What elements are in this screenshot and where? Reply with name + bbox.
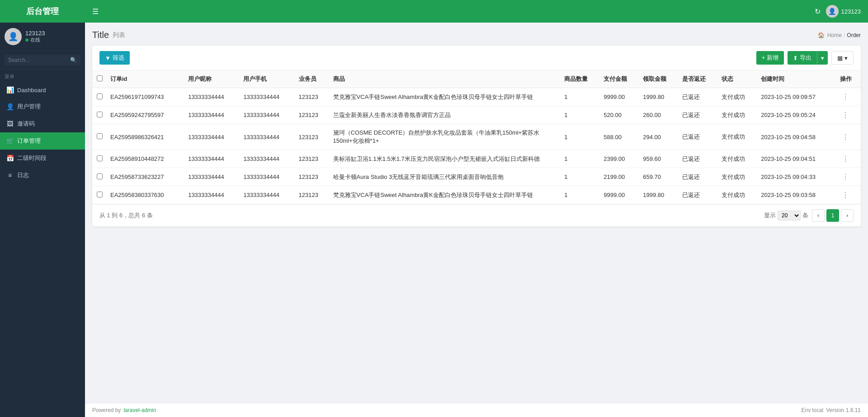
cell-action: ⋮ [836, 124, 861, 150]
table-row: EA25959242795597 13333334444 13333334444… [92, 106, 861, 124]
sidebar-logo: 后台管理 [0, 0, 85, 23]
breadcrumb-home-link[interactable]: Home [827, 32, 842, 38]
cell-status: 支付成功 [718, 168, 757, 186]
refresh-button[interactable]: ↻ [815, 7, 821, 16]
cell-qty: 1 [561, 168, 600, 186]
cell-returned: 已返还 [679, 168, 718, 186]
row-checkbox-cell [92, 186, 107, 204]
table-header-row: 订单id 用户昵称 用户手机 业务员 商品 商品数量 支付金额 领取金额 是否返… [92, 70, 861, 88]
cell-product: 梵克雅宝VCA手链Sweet Alhambra黄K金配白色珍珠贝母手链女士四叶草… [330, 186, 561, 204]
invite-icon: 🖼 [6, 120, 14, 127]
col-action: 操作 [836, 70, 861, 88]
cell-qty: 1 [561, 106, 600, 124]
cell-returned: 已返还 [679, 186, 718, 204]
col-receive: 领取金额 [639, 70, 679, 88]
row-action-button[interactable]: ⋮ [840, 191, 851, 199]
sidebar-item-slots[interactable]: 📅 二级时间段 [0, 150, 85, 167]
cell-amount: 9999.00 [600, 88, 639, 106]
row-checkbox[interactable] [97, 155, 103, 161]
cell-product: 美标浴缸卫浴1.1米1.5米1.7米压克力民宿深泡小户型无裙嵌入式浴缸日式新科德 [330, 150, 561, 168]
columns-icon: ▦ [837, 55, 843, 61]
cell-agent: 123123 [295, 150, 330, 168]
sidebar-item-label: 日志 [17, 171, 29, 179]
menu-toggle-button[interactable]: ☰ [92, 7, 99, 16]
row-checkbox[interactable] [97, 192, 103, 197]
row-action-button[interactable]: ⋮ [840, 173, 851, 181]
cell-amount: 2199.00 [600, 168, 639, 186]
page-1-button[interactable]: 1 [826, 209, 839, 222]
new-label: + 新增 [762, 54, 778, 62]
cell-nickname: 13333334444 [184, 150, 240, 168]
cell-receive: 260.00 [639, 106, 679, 124]
user-info: 123123 在线 [25, 30, 45, 43]
row-checkbox[interactable] [97, 112, 103, 117]
row-action-button[interactable]: ⋮ [840, 111, 851, 119]
cell-agent: 123123 [295, 106, 330, 124]
footer-env: Env local [802, 407, 824, 413]
sidebar-item-dashboard[interactable]: 📊 Dashboard [0, 82, 85, 98]
topbar-right: ↻ 👤 123123 [815, 5, 861, 18]
table-footer: 从 1 到 6，总共 6 条 显示 20 10 50 100 条 ‹ [92, 204, 861, 226]
cell-receive: 1999.80 [639, 186, 679, 204]
cell-nickname: 13333334444 [184, 124, 240, 150]
select-all-checkbox[interactable] [97, 75, 103, 81]
header-checkbox-col [92, 70, 107, 88]
main-area: ☰ ↻ 👤 123123 Title 列表 🏠 Home / Order [85, 0, 868, 417]
row-action-button[interactable]: ⋮ [840, 133, 851, 141]
next-page-button[interactable]: › [841, 209, 854, 222]
row-checkbox[interactable] [97, 173, 103, 179]
per-page-select[interactable]: 20 10 50 100 [778, 211, 801, 220]
cell-phone: 13333334444 [240, 150, 295, 168]
cell-product: 黛珂（COSME DECORTE）自然护肤水乳化妆品套装（牛油果乳150ml+紫… [330, 124, 561, 150]
sidebar-search-container: 🔍 [0, 51, 85, 70]
status-dot [25, 38, 28, 42]
show-label: 显示 [764, 211, 776, 220]
pagination-right: 显示 20 10 50 100 条 ‹ 1 › [764, 209, 854, 222]
caret-down-icon: ▾ [844, 55, 848, 61]
columns-button[interactable]: ▦ ▾ [831, 51, 854, 65]
export-button[interactable]: ⬆ 导出 [788, 51, 817, 65]
cell-qty: 1 [561, 88, 600, 106]
sidebar-item-users[interactable]: 👤 用户管理 [0, 98, 85, 115]
cell-agent: 123123 [295, 88, 330, 106]
row-checkbox[interactable] [97, 133, 103, 139]
cell-phone: 13333334444 [240, 106, 295, 124]
cell-nickname: 13333334444 [184, 168, 240, 186]
col-qty: 商品数量 [561, 70, 600, 88]
table-row: EA25958986326421 13333334444 13333334444… [92, 124, 861, 150]
sidebar-username: 123123 [25, 30, 45, 37]
sidebar-item-label: 订单管理 [17, 137, 41, 145]
prev-page-button[interactable]: ‹ [812, 209, 825, 222]
filter-button[interactable]: ▼ 筛选 [99, 51, 130, 65]
sidebar: 后台管理 👤 123123 在线 🔍 菜单 📊 Dashboard 👤 用户管理… [0, 0, 85, 417]
filter-label: 筛选 [113, 54, 124, 62]
cell-receive: 959.60 [639, 150, 679, 168]
new-button[interactable]: + 新增 [756, 51, 784, 65]
breadcrumb: 🏠 Home / Order [818, 32, 861, 38]
sidebar-item-label: 二级时间段 [17, 154, 47, 162]
cell-order-id: EA25959242795597 [107, 106, 184, 124]
cell-action: ⋮ [836, 150, 861, 168]
cell-nickname: 13333334444 [184, 186, 240, 204]
col-phone: 用户手机 [240, 70, 295, 88]
cell-product: 兰蔻全新美丽人生香水淡香香氛香调官方正品 [330, 106, 561, 124]
dashboard-icon: 📊 [6, 86, 14, 94]
cell-created: 2023-10-25 09:05:24 [757, 106, 836, 124]
sidebar-item-logs[interactable]: ≡ 日志 [0, 167, 85, 184]
cell-returned: 已返还 [679, 150, 718, 168]
cell-action: ⋮ [836, 88, 861, 106]
sidebar-item-invite[interactable]: 🖼 邀请码 [0, 115, 85, 132]
avatar: 👤 [5, 28, 22, 45]
row-action-button[interactable]: ⋮ [840, 93, 851, 101]
sidebar-section-label: 菜单 [0, 70, 85, 82]
pagination-show: 显示 20 10 50 100 条 [764, 211, 808, 220]
cell-qty: 1 [561, 124, 600, 150]
topbar-user: 👤 123123 [826, 5, 861, 18]
sidebar-item-orders[interactable]: 🛒 订单管理 [0, 132, 85, 150]
laravel-admin-link[interactable]: laravel-admin [123, 407, 156, 413]
search-input[interactable] [5, 55, 80, 66]
export-dropdown-button[interactable]: ▾ [817, 51, 828, 65]
filter-icon: ▼ [105, 55, 111, 61]
row-action-button[interactable]: ⋮ [840, 155, 851, 163]
row-checkbox[interactable] [97, 94, 103, 99]
